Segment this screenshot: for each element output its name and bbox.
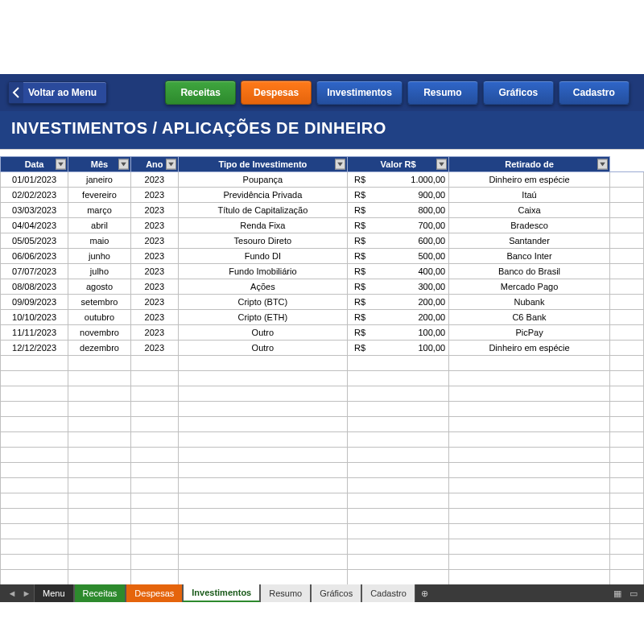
cell-data[interactable]: 02/02/2023 [1,188,68,203]
cell-valor[interactable]: R$600,00 [348,233,449,249]
col-data[interactable]: Data [1,157,68,172]
cell-mes[interactable]: abril [68,218,131,233]
cell-valor[interactable]: R$800,00 [348,203,449,218]
table-row[interactable]: 09/09/2023setembro2023Cripto (BTC)R$200,… [1,295,644,310]
col-retirado[interactable]: Retirado de [449,157,610,172]
table-row[interactable]: 08/08/2023agosto2023AçõesR$300,00Mercado… [1,279,644,295]
cell-mes[interactable]: fevereiro [68,188,131,203]
cell-mes[interactable]: agosto [68,279,131,295]
cell-retirado[interactable]: Mercado Pago [449,279,610,295]
table-row[interactable]: 07/07/2023julho2023Fundo ImobiliárioR$40… [1,264,644,279]
cell-retirado[interactable]: PicPay [449,325,610,341]
cell-extra[interactable] [609,264,643,279]
table-row-empty[interactable] [1,570,644,585]
filter-dropdown-icon[interactable] [118,159,129,170]
sheet-tab-receitas[interactable]: Receitas [74,584,126,602]
cell-extra[interactable] [609,325,643,341]
cell-ano[interactable]: 2023 [130,264,178,279]
cell-extra[interactable] [609,203,643,218]
cell-tipo[interactable]: Tesouro Direto [178,233,347,249]
cell-retirado[interactable]: Bradesco [449,218,610,233]
nav-investimentos[interactable]: Investimentos [316,80,402,105]
nav-graficos[interactable]: Gráficos [483,80,554,105]
cell-retirado[interactable]: Caixa [449,203,610,218]
cell-valor[interactable]: R$700,00 [348,218,449,233]
cell-data[interactable]: 06/06/2023 [1,249,68,264]
col-ano[interactable]: Ano [130,157,178,172]
table-row-empty[interactable] [1,432,644,448]
cell-tipo[interactable]: Fundo DI [178,249,347,264]
cell-data[interactable]: 01/01/2023 [1,172,68,188]
cell-ano[interactable]: 2023 [130,341,178,356]
table-row-empty[interactable] [1,448,644,463]
cell-extra[interactable] [609,172,643,188]
table-row-empty[interactable] [1,386,644,402]
cell-retirado[interactable]: Santander [449,233,610,249]
cell-tipo[interactable]: Outro [178,341,347,356]
cell-extra[interactable] [609,233,643,249]
cell-data[interactable]: 03/03/2023 [1,203,68,218]
filter-dropdown-icon[interactable] [166,159,176,170]
table-row-empty[interactable] [1,509,644,524]
cell-retirado[interactable]: C6 Bank [449,310,610,325]
table-row-empty[interactable] [1,539,644,555]
sheet-tab-investimentos[interactable]: Investimentos [183,584,260,602]
view-normal-icon[interactable]: ▭ [630,588,638,599]
col-valor[interactable]: Valor R$ [348,157,449,172]
table-row-empty[interactable] [1,555,644,570]
cell-extra[interactable] [609,249,643,264]
table-row[interactable]: 11/11/2023novembro2023OutroR$100,00PicPa… [1,325,644,341]
cell-extra[interactable] [609,218,643,233]
sheet-tab-cadastro[interactable]: Cadastro [361,584,415,602]
cell-retirado[interactable]: Dinheiro em espécie [449,341,610,356]
cell-ano[interactable]: 2023 [130,249,178,264]
cell-tipo[interactable]: Cripto (BTC) [178,295,347,310]
table-row-empty[interactable] [1,402,644,417]
cell-tipo[interactable]: Outro [178,325,347,341]
cell-data[interactable]: 04/04/2023 [1,218,68,233]
cell-retirado[interactable]: Nubank [449,295,610,310]
cell-tipo[interactable]: Cripto (ETH) [178,310,347,325]
cell-valor[interactable]: R$200,00 [348,295,449,310]
sheet-tab-menu[interactable]: Menu [34,584,74,602]
table-row[interactable]: 01/01/2023janeiro2023PoupançaR$1.000,00D… [1,172,644,188]
col-mes[interactable]: Mês [68,157,131,172]
cell-data[interactable]: 07/07/2023 [1,264,68,279]
cell-tipo[interactable]: Previdência Privada [178,188,347,203]
cell-ano[interactable]: 2023 [130,233,178,249]
cell-data[interactable]: 10/10/2023 [1,310,68,325]
cell-tipo[interactable]: Título de Capitalização [178,203,347,218]
cell-mes[interactable]: dezembro [68,341,131,356]
cell-data[interactable]: 11/11/2023 [1,325,68,341]
table-row-empty[interactable] [1,524,644,539]
filter-dropdown-icon[interactable] [436,159,447,170]
nav-receitas[interactable]: Receitas [165,80,236,105]
cell-tipo[interactable]: Poupança [178,172,347,188]
cell-extra[interactable] [609,279,643,295]
table-row[interactable]: 04/04/2023abril2023Renda FixaR$700,00Bra… [1,218,644,233]
table-row-empty[interactable] [1,493,644,509]
sheet-tab-despesas[interactable]: Despesas [126,584,183,602]
cell-mes[interactable]: outubro [68,310,131,325]
tab-scroll-left-icon[interactable]: ◄ [5,584,19,602]
cell-mes[interactable]: novembro [68,325,131,341]
cell-data[interactable]: 08/08/2023 [1,279,68,295]
table-row-empty[interactable] [1,463,644,478]
cell-retirado[interactable]: Banco do Brasil [449,264,610,279]
cell-extra[interactable] [609,341,643,356]
cell-ano[interactable]: 2023 [130,218,178,233]
cell-extra[interactable] [609,310,643,325]
nav-resumo[interactable]: Resumo [407,80,478,105]
cell-retirado[interactable]: Itaú [449,188,610,203]
table-row[interactable]: 10/10/2023outubro2023Cripto (ETH)R$200,0… [1,310,644,325]
cell-retirado[interactable]: Dinheiro em espécie [449,172,610,188]
cell-mes[interactable]: maio [68,233,131,249]
cell-valor[interactable]: R$100,00 [348,325,449,341]
col-tipo[interactable]: Tipo de Investimento [178,157,347,172]
cell-ano[interactable]: 2023 [130,188,178,203]
cell-mes[interactable]: janeiro [68,172,131,188]
cell-mes[interactable]: março [68,203,131,218]
cell-data[interactable]: 09/09/2023 [1,295,68,310]
table-row-empty[interactable] [1,356,644,371]
cell-retirado[interactable]: Banco Inter [449,249,610,264]
